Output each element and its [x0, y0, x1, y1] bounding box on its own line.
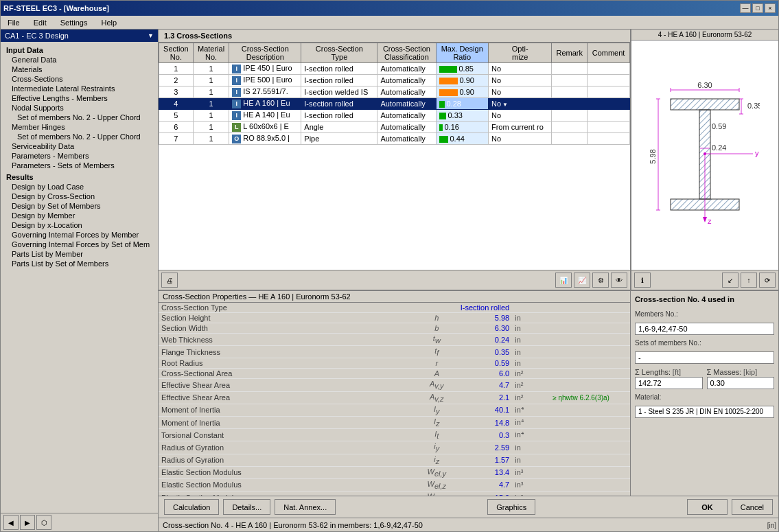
prop-unit: in² — [512, 369, 550, 379]
sidebar-item-parts-member[interactable]: Parts List by Member — [1, 249, 158, 259]
toolbar-graph-btn[interactable]: 📈 — [574, 273, 590, 288]
members-value: 1,6-9,42,47-50 — [635, 323, 774, 335]
cs-diagram-btn3[interactable]: ⟳ — [759, 273, 776, 288]
prop-unit — [512, 303, 550, 313]
toolbar-print-btn[interactable]: 🖨 — [161, 273, 178, 288]
table-row[interactable]: 1 1 IIPE 450 | Euro I-section rolled Aut… — [159, 63, 630, 75]
cs-diagram-btn1[interactable]: ↙ — [722, 273, 739, 288]
calculation-button[interactable]: Calculation — [164, 499, 219, 515]
data-table-container[interactable]: SectionNo. MaterialNo. Cross-SectionDesc… — [159, 43, 630, 270]
prop-symbol: A — [418, 369, 456, 379]
cs-prop-row: Section Height h 5.98 in — [159, 313, 630, 323]
prop-symbol: Iz — [418, 416, 456, 428]
cell-type: Pipe — [301, 133, 377, 145]
menu-help[interactable]: Help — [97, 17, 121, 28]
cs-props-table-container[interactable]: Cross-Section Type I-section rolled Sect… — [159, 303, 630, 496]
table-row[interactable]: 3 1 IIS 27.5591/7. I-section welded IS A… — [159, 86, 630, 98]
sidebar-item-materials[interactable]: Materials — [1, 65, 158, 74]
lengths-value: 142.72 — [635, 377, 703, 389]
sidebar-item-member-hinges[interactable]: Member Hinges — [1, 122, 158, 132]
left-toolbar-btn3[interactable]: ⬡ — [36, 515, 51, 530]
prop-symbol: tw — [418, 334, 456, 346]
prop-symbol: Av,z — [418, 391, 456, 404]
menu-settings[interactable]: Settings — [56, 17, 92, 28]
sidebar-item-design-set-members[interactable]: Design by Set of Members — [1, 201, 158, 211]
cell-remark — [552, 86, 588, 98]
prop-value: 13.4 — [456, 466, 512, 478]
cs-diagram-area: 6.30 5.98 0.35 — [631, 41, 778, 270]
left-toolbar-btn2[interactable]: ▶ — [20, 515, 35, 530]
cell-type: I-section welded IS — [301, 86, 377, 98]
sets-value: - — [635, 351, 774, 364]
cell-type: I-section rolled — [301, 98, 377, 110]
menu-edit[interactable]: Edit — [30, 17, 51, 28]
cell-ratio: 0.85 — [436, 63, 488, 75]
sidebar-item-design-member[interactable]: Design by Member — [1, 211, 158, 220]
prop-unit: in — [512, 334, 550, 346]
cell-optimize: No — [488, 75, 551, 86]
table-row[interactable]: 4 1 IHE A 160 | Eu I-section rolled Auto… — [159, 98, 630, 110]
masses-col: Σ Masses: [kip] 0.30 — [707, 368, 775, 389]
details-button[interactable]: Details... — [223, 499, 270, 515]
cell-comment — [588, 86, 630, 98]
sidebar-item-serviceability[interactable]: Serviceability Data — [1, 141, 158, 151]
toolbar-view-btn[interactable]: 👁 — [611, 273, 627, 288]
cell-description: IIS 27.5591/7. — [229, 86, 301, 98]
lengths-col: Σ Lengths: [ft] 142.72 — [635, 368, 703, 389]
sidebar-item-nodal-supports[interactable]: Nodal Supports — [1, 103, 158, 113]
prop-name: Section Height — [159, 313, 418, 323]
sidebar-item-gov-forces-set[interactable]: Governing Internal Forces by Set of Mem — [1, 240, 158, 249]
prop-note — [550, 346, 630, 358]
sidebar-item-effective-lengths[interactable]: Effective Lengths - Members — [1, 93, 158, 103]
prop-unit: in³ — [512, 466, 550, 478]
sidebar-item-design-cross-section[interactable]: Design by Cross-Section — [1, 192, 158, 201]
prop-symbol: Wel,z — [418, 478, 456, 491]
sidebar-item-set-members-2a[interactable]: Set of members No. 2 - Upper Chord — [1, 113, 158, 122]
sidebar-item-params-sets[interactable]: Parameters - Sets of Members — [1, 161, 158, 170]
cs-diagram-info-btn[interactable]: ℹ — [634, 273, 651, 288]
cs-prop-row: Radius of Gyration iz 1.57 in — [159, 454, 630, 466]
minimize-button[interactable]: — — [740, 3, 751, 13]
sidebar-item-intermediate-lateral[interactable]: Intermediate Lateral Restraints — [1, 84, 158, 93]
svg-point-24 — [704, 152, 706, 155]
prop-note — [550, 404, 630, 416]
menu-file[interactable]: File — [3, 17, 24, 28]
cs-diagram-title: 4 - HE A 160 | Euronorm 53-62 — [631, 30, 778, 41]
bottom-section: Cross-Section Properties — HE A 160 | Eu… — [159, 290, 778, 496]
prop-name: Web Thickness — [159, 334, 418, 346]
nat-annex-button[interactable]: Nat. Annex... — [275, 499, 336, 515]
table-row[interactable]: 7 1 ORO 88.9x5.0 | Pipe Automatically 0.… — [159, 133, 630, 145]
cell-section-no: 4 — [159, 98, 194, 110]
cs-prop-row: Cross-Sectional Area A 6.0 in² — [159, 369, 630, 379]
cell-description: IIPE 450 | Euro — [229, 63, 301, 75]
table-row[interactable]: 5 1 IHE A 140 | Eu I-section rolled Auto… — [159, 110, 630, 122]
sidebar-item-general-data[interactable]: General Data — [1, 55, 158, 65]
ok-button[interactable]: OK — [687, 499, 728, 515]
sidebar-item-design-x-location[interactable]: Design by x-Location — [1, 220, 158, 230]
cs-props-table: Cross-Section Type I-section rolled Sect… — [159, 303, 630, 496]
sidebar-item-results[interactable]: Results — [1, 170, 158, 182]
toolbar-settings-btn[interactable]: ⚙ — [592, 273, 609, 288]
cross-sections-table: SectionNo. MaterialNo. Cross-SectionDesc… — [159, 43, 630, 145]
cell-type: I-section rolled — [301, 63, 377, 75]
sidebar-item-cross-sections[interactable]: Cross-Sections — [1, 74, 158, 84]
cs-diagram-btn2[interactable]: ↑ — [741, 273, 757, 288]
cell-optimize: No▼ — [488, 98, 551, 110]
sidebar-item-set-members-2b[interactable]: Set of members No. 2 - Upper Chord — [1, 132, 158, 141]
center-area: 1.3 Cross-Sections SectionNo. MaterialNo… — [159, 30, 631, 290]
nav-tree[interactable]: Input Data General Data Materials Cross-… — [1, 42, 158, 513]
col-header-B: MaterialNo. — [193, 43, 229, 63]
sidebar-item-parts-set[interactable]: Parts List by Set of Members — [1, 259, 158, 268]
sidebar-item-params-members[interactable]: Parameters - Members — [1, 151, 158, 161]
maximize-button[interactable]: □ — [752, 3, 763, 13]
table-row[interactable]: 2 1 IIPE 500 | Euro I-section rolled Aut… — [159, 75, 630, 86]
graphics-button[interactable]: Graphics — [487, 499, 535, 515]
toolbar-export-btn[interactable]: 📊 — [555, 273, 572, 288]
cancel-button[interactable]: Cancel — [732, 499, 773, 515]
close-button[interactable]: × — [765, 3, 776, 13]
left-toolbar-btn1[interactable]: ◀ — [3, 515, 19, 530]
sidebar-item-design-load-case[interactable]: Design by Load Case — [1, 182, 158, 192]
table-row[interactable]: 6 1 LL 60x60x6 | E Angle Automatically 0… — [159, 122, 630, 133]
sidebar-item-gov-forces-member[interactable]: Governing Internal Forces by Member — [1, 230, 158, 240]
sidebar-item-input-data[interactable]: Input Data — [1, 43, 158, 55]
